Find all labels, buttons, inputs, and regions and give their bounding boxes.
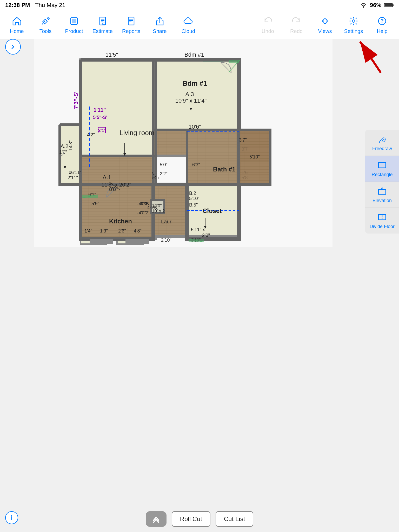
svg-text:-4'0"2': -4'0"2' [137, 210, 149, 215]
svg-text:11'5": 11'5" [105, 51, 118, 58]
svg-point-20 [352, 20, 355, 22]
svg-text:1'4": 1'4" [84, 228, 92, 234]
nav-forward-button[interactable] [5, 39, 21, 55]
svg-text:Kitchen: Kitchen [109, 218, 132, 225]
rectangle-label: Rectangle [371, 172, 393, 177]
toolbar-reports[interactable]: Reports [117, 12, 145, 38]
elevation-tool[interactable]: Elevation [365, 182, 399, 208]
svg-rect-107 [125, 239, 149, 244]
divide-floor-tool[interactable]: Divide Floor [365, 208, 399, 234]
svg-text:Living room: Living room [119, 129, 154, 137]
svg-text:Bath #1: Bath #1 [213, 166, 236, 173]
svg-text:5'10": 5'10" [189, 196, 200, 201]
toolbar-product[interactable]: Product [60, 12, 88, 38]
svg-text:A.2: A.2 [61, 143, 68, 149]
svg-text:A.3: A.3 [185, 91, 194, 97]
toolbar: Home Tools Product [0, 10, 399, 39]
svg-rect-47 [82, 157, 155, 183]
svg-text:2'6": 2'6" [118, 228, 126, 234]
svg-text:1'3": 1'3" [100, 228, 108, 234]
svg-text:5'0": 5'0" [160, 162, 168, 167]
toolbar-tools[interactable]: Tools [31, 12, 60, 38]
status-date: Thu May 21 [35, 2, 65, 9]
toolbar-settings-label: Settings [344, 28, 363, 34]
svg-text:1': 1' [155, 176, 159, 179]
svg-rect-9 [100, 17, 105, 25]
toolbar-home[interactable]: Home [3, 12, 31, 38]
cut-list-button[interactable]: Cut List [216, 511, 253, 527]
svg-rect-138 [378, 163, 386, 168]
svg-text:2'11": 2'11" [68, 175, 78, 180]
svg-rect-36 [81, 60, 156, 156]
svg-text:4'0"B: 4'0"B [147, 205, 157, 210]
svg-text:Laur.: Laur. [161, 219, 172, 224]
toolbar-home-label: Home [10, 28, 24, 34]
svg-rect-5 [72, 19, 74, 21]
roll-cut-button[interactable]: Roll Cut [172, 511, 210, 527]
svg-text:Bdm #1: Bdm #1 [183, 79, 207, 87]
svg-text:2'1": 2'1" [98, 128, 106, 133]
toolbar-undo[interactable]: Undo [254, 12, 282, 38]
status-time: 12:38 PM [5, 2, 30, 9]
svg-text:5'5"-S': 5'5"-S' [93, 115, 107, 120]
toolbar-cloud[interactable]: Cloud [174, 12, 203, 38]
svg-text:2'10": 2'10" [161, 237, 171, 243]
svg-rect-6 [74, 19, 76, 21]
svg-text:?: ? [381, 18, 384, 24]
toolbar-cloud-label: Cloud [182, 28, 195, 34]
svg-rect-139 [378, 190, 386, 194]
toolbar-product-label: Product [65, 28, 83, 34]
wifi-icon [360, 2, 367, 8]
svg-text:5'9": 5'9" [91, 201, 99, 206]
svg-text:4'2": 4'2" [87, 132, 95, 137]
svg-rect-40 [155, 131, 186, 155]
svg-text:x6'11": x6'11" [69, 170, 82, 175]
toolbar-share[interactable]: Share [145, 12, 174, 38]
toolbar-help[interactable]: ? Help [368, 12, 396, 38]
info-button[interactable]: i [5, 511, 18, 524]
svg-rect-13 [102, 23, 105, 24]
svg-rect-106 [90, 239, 113, 244]
svg-rect-2 [393, 4, 394, 6]
toolbar-views[interactable]: Views [311, 12, 339, 38]
svg-text:6'3": 6'3" [192, 162, 200, 167]
svg-text:5'11" x: 5'11" x [191, 227, 205, 232]
toolbar-views-label: Views [318, 28, 332, 34]
floor-plan[interactable]: 7'3"-S' 1'11" 5'5"-S' 11'5" Bdm #1 Bdm #… [34, 34, 332, 248]
status-bar: 12:38 PM Thu May 21 96% [0, 0, 399, 10]
toolbar-help-label: Help [377, 28, 387, 34]
svg-text:Closet: Closet [203, 207, 222, 214]
svg-text:A.1: A.1 [103, 174, 111, 181]
divide-floor-label: Divide Floor [370, 224, 395, 229]
svg-text:B.5": B.5" [189, 202, 198, 208]
toolbar-tools-label: Tools [39, 28, 52, 34]
rectangle-tool[interactable]: Rectangle [365, 156, 399, 182]
freedraw-tool[interactable]: Freedraw [365, 130, 399, 156]
elevation-label: Elevation [373, 198, 392, 203]
svg-text:5'10": 5'10" [249, 154, 260, 159]
toolbar-settings[interactable]: Settings [339, 12, 368, 38]
toolbar-estimate[interactable]: Estimate [88, 12, 117, 38]
svg-text:1'3": 1'3" [140, 201, 148, 206]
right-tools-panel: Freedraw Rectangle Elevation Divide Floo… [365, 130, 399, 234]
svg-rect-119 [229, 60, 239, 63]
svg-text:2'0": 2'0" [202, 233, 210, 238]
svg-text:B.2: B.2 [189, 191, 196, 196]
battery-percent: 96% [370, 2, 381, 9]
scroll-up-button[interactable] [146, 511, 167, 527]
svg-text:2'2": 2'2" [160, 171, 168, 176]
svg-text:10'6": 10'6" [189, 123, 201, 130]
toolbar-redo[interactable]: Redo [282, 12, 311, 38]
svg-line-24 [360, 42, 381, 73]
svg-rect-7 [72, 21, 74, 23]
battery-icon [384, 3, 394, 8]
svg-text:3'7": 3'7" [239, 137, 247, 143]
toolbar-share-label: Share [153, 28, 167, 34]
toolbar-reports-label: Reports [122, 28, 140, 34]
svg-text:4'8": 4'8" [134, 228, 142, 234]
svg-rect-38 [188, 131, 238, 183]
svg-text:7'3"-S': 7'3"-S' [73, 92, 79, 109]
svg-text:8'8": 8'8" [109, 186, 118, 192]
svg-rect-33 [153, 60, 239, 130]
svg-text:14'3": 14'3" [68, 140, 73, 151]
